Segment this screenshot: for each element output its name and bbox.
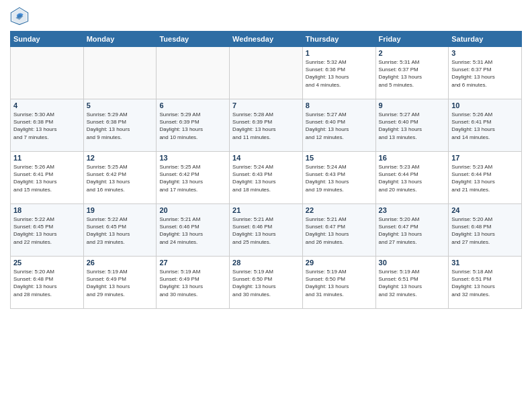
day-number: 10 xyxy=(451,101,519,109)
day-number: 16 xyxy=(379,154,446,162)
day-info: Sunrise: 5:19 AM Sunset: 6:50 PM Dayligh… xyxy=(306,268,373,298)
day-info: Sunrise: 5:24 AM Sunset: 6:43 PM Dayligh… xyxy=(306,163,373,193)
day-number: 24 xyxy=(451,206,519,214)
day-cell xyxy=(11,47,84,99)
day-cell: 27Sunrise: 5:19 AM Sunset: 6:49 PM Dayli… xyxy=(157,257,230,309)
day-number: 20 xyxy=(159,206,226,214)
logo xyxy=(10,7,32,26)
day-info: Sunrise: 5:20 AM Sunset: 6:48 PM Dayligh… xyxy=(451,216,519,246)
day-cell: 6Sunrise: 5:29 AM Sunset: 6:39 PM Daylig… xyxy=(157,99,230,152)
day-number: 13 xyxy=(159,154,226,162)
day-cell xyxy=(83,47,157,99)
day-number: 1 xyxy=(306,49,373,57)
day-number: 17 xyxy=(451,154,519,162)
day-cell: 13Sunrise: 5:25 AM Sunset: 6:42 PM Dayli… xyxy=(157,152,230,204)
day-number: 2 xyxy=(379,49,446,57)
day-number: 9 xyxy=(379,101,446,109)
day-cell: 9Sunrise: 5:27 AM Sunset: 6:40 PM Daylig… xyxy=(375,99,449,152)
day-info: Sunrise: 5:26 AM Sunset: 6:41 PM Dayligh… xyxy=(451,111,519,141)
col-header-saturday: Saturday xyxy=(449,32,522,47)
week-row-5: 25Sunrise: 5:20 AM Sunset: 6:48 PM Dayli… xyxy=(11,257,522,309)
day-info: Sunrise: 5:32 AM Sunset: 6:36 PM Dayligh… xyxy=(306,58,373,89)
day-number: 19 xyxy=(87,206,154,214)
day-info: Sunrise: 5:27 AM Sunset: 6:40 PM Dayligh… xyxy=(306,111,373,141)
day-number: 27 xyxy=(159,259,226,267)
day-info: Sunrise: 5:25 AM Sunset: 6:42 PM Dayligh… xyxy=(87,163,154,193)
day-cell: 2Sunrise: 5:31 AM Sunset: 6:37 PM Daylig… xyxy=(375,47,449,99)
day-cell: 31Sunrise: 5:18 AM Sunset: 6:51 PM Dayli… xyxy=(449,257,522,309)
col-header-tuesday: Tuesday xyxy=(157,32,230,47)
day-number: 30 xyxy=(379,259,446,267)
day-info: Sunrise: 5:20 AM Sunset: 6:47 PM Dayligh… xyxy=(379,216,446,246)
day-cell: 5Sunrise: 5:29 AM Sunset: 6:38 PM Daylig… xyxy=(83,99,157,152)
week-row-2: 4Sunrise: 5:30 AM Sunset: 6:38 PM Daylig… xyxy=(11,99,522,152)
day-info: Sunrise: 5:19 AM Sunset: 6:50 PM Dayligh… xyxy=(232,268,300,298)
page: SundayMondayTuesdayWednesdayThursdayFrid… xyxy=(0,0,532,411)
day-number: 5 xyxy=(87,101,154,109)
day-info: Sunrise: 5:24 AM Sunset: 6:43 PM Dayligh… xyxy=(232,163,300,193)
day-number: 25 xyxy=(13,259,81,267)
col-header-thursday: Thursday xyxy=(302,32,375,47)
header-row: SundayMondayTuesdayWednesdayThursdayFrid… xyxy=(11,32,522,47)
day-number: 4 xyxy=(13,101,81,109)
day-number: 15 xyxy=(306,154,373,162)
day-number: 22 xyxy=(306,206,373,214)
day-info: Sunrise: 5:18 AM Sunset: 6:51 PM Dayligh… xyxy=(451,268,519,298)
day-info: Sunrise: 5:22 AM Sunset: 6:45 PM Dayligh… xyxy=(87,216,154,246)
day-number: 12 xyxy=(87,154,154,162)
day-cell: 10Sunrise: 5:26 AM Sunset: 6:41 PM Dayli… xyxy=(449,99,522,152)
day-number: 29 xyxy=(306,259,373,267)
day-info: Sunrise: 5:28 AM Sunset: 6:39 PM Dayligh… xyxy=(232,111,300,141)
col-header-sunday: Sunday xyxy=(11,32,84,47)
col-header-monday: Monday xyxy=(83,32,157,47)
day-info: Sunrise: 5:21 AM Sunset: 6:46 PM Dayligh… xyxy=(232,216,300,246)
week-row-4: 18Sunrise: 5:22 AM Sunset: 6:45 PM Dayli… xyxy=(11,204,522,257)
day-info: Sunrise: 5:19 AM Sunset: 6:49 PM Dayligh… xyxy=(159,268,226,298)
day-number: 6 xyxy=(159,101,226,109)
day-info: Sunrise: 5:20 AM Sunset: 6:48 PM Dayligh… xyxy=(13,268,81,298)
day-info: Sunrise: 5:19 AM Sunset: 6:49 PM Dayligh… xyxy=(87,268,154,298)
day-cell: 29Sunrise: 5:19 AM Sunset: 6:50 PM Dayli… xyxy=(302,257,375,309)
day-cell: 14Sunrise: 5:24 AM Sunset: 6:43 PM Dayli… xyxy=(230,152,303,204)
day-cell: 30Sunrise: 5:19 AM Sunset: 6:51 PM Dayli… xyxy=(375,257,449,309)
day-cell: 3Sunrise: 5:31 AM Sunset: 6:37 PM Daylig… xyxy=(449,47,522,99)
day-number: 26 xyxy=(87,259,154,267)
day-info: Sunrise: 5:25 AM Sunset: 6:42 PM Dayligh… xyxy=(159,163,226,193)
day-number: 14 xyxy=(232,154,300,162)
day-info: Sunrise: 5:26 AM Sunset: 6:41 PM Dayligh… xyxy=(13,163,81,193)
col-header-wednesday: Wednesday xyxy=(230,32,303,47)
day-info: Sunrise: 5:31 AM Sunset: 6:37 PM Dayligh… xyxy=(379,58,446,89)
day-info: Sunrise: 5:22 AM Sunset: 6:45 PM Dayligh… xyxy=(13,216,81,246)
day-info: Sunrise: 5:21 AM Sunset: 6:46 PM Dayligh… xyxy=(159,216,226,246)
day-cell: 17Sunrise: 5:23 AM Sunset: 6:44 PM Dayli… xyxy=(449,152,522,204)
day-cell: 4Sunrise: 5:30 AM Sunset: 6:38 PM Daylig… xyxy=(11,99,84,152)
day-cell: 21Sunrise: 5:21 AM Sunset: 6:46 PM Dayli… xyxy=(230,204,303,257)
day-cell: 28Sunrise: 5:19 AM Sunset: 6:50 PM Dayli… xyxy=(230,257,303,309)
day-cell xyxy=(230,47,303,99)
day-info: Sunrise: 5:29 AM Sunset: 6:39 PM Dayligh… xyxy=(159,111,226,141)
logo-icon xyxy=(10,7,29,26)
day-cell: 24Sunrise: 5:20 AM Sunset: 6:48 PM Dayli… xyxy=(449,204,522,257)
day-cell: 1Sunrise: 5:32 AM Sunset: 6:36 PM Daylig… xyxy=(302,47,375,99)
day-info: Sunrise: 5:23 AM Sunset: 6:44 PM Dayligh… xyxy=(451,163,519,193)
week-row-1: 1Sunrise: 5:32 AM Sunset: 6:36 PM Daylig… xyxy=(11,47,522,99)
col-header-friday: Friday xyxy=(375,32,449,47)
day-info: Sunrise: 5:21 AM Sunset: 6:47 PM Dayligh… xyxy=(306,216,373,246)
day-cell: 11Sunrise: 5:26 AM Sunset: 6:41 PM Dayli… xyxy=(11,152,84,204)
day-info: Sunrise: 5:27 AM Sunset: 6:40 PM Dayligh… xyxy=(379,111,446,141)
day-info: Sunrise: 5:31 AM Sunset: 6:37 PM Dayligh… xyxy=(451,58,519,89)
day-info: Sunrise: 5:19 AM Sunset: 6:51 PM Dayligh… xyxy=(379,268,446,298)
day-cell xyxy=(157,47,230,99)
day-cell: 23Sunrise: 5:20 AM Sunset: 6:47 PM Dayli… xyxy=(375,204,449,257)
day-cell: 19Sunrise: 5:22 AM Sunset: 6:45 PM Dayli… xyxy=(83,204,157,257)
day-cell: 15Sunrise: 5:24 AM Sunset: 6:43 PM Dayli… xyxy=(302,152,375,204)
day-cell: 22Sunrise: 5:21 AM Sunset: 6:47 PM Dayli… xyxy=(302,204,375,257)
day-info: Sunrise: 5:30 AM Sunset: 6:38 PM Dayligh… xyxy=(13,111,81,141)
day-cell: 26Sunrise: 5:19 AM Sunset: 6:49 PM Dayli… xyxy=(83,257,157,309)
week-row-3: 11Sunrise: 5:26 AM Sunset: 6:41 PM Dayli… xyxy=(11,152,522,204)
day-number: 31 xyxy=(451,259,519,267)
day-number: 28 xyxy=(232,259,300,267)
day-number: 8 xyxy=(306,101,373,109)
day-cell: 8Sunrise: 5:27 AM Sunset: 6:40 PM Daylig… xyxy=(302,99,375,152)
day-number: 21 xyxy=(232,206,300,214)
